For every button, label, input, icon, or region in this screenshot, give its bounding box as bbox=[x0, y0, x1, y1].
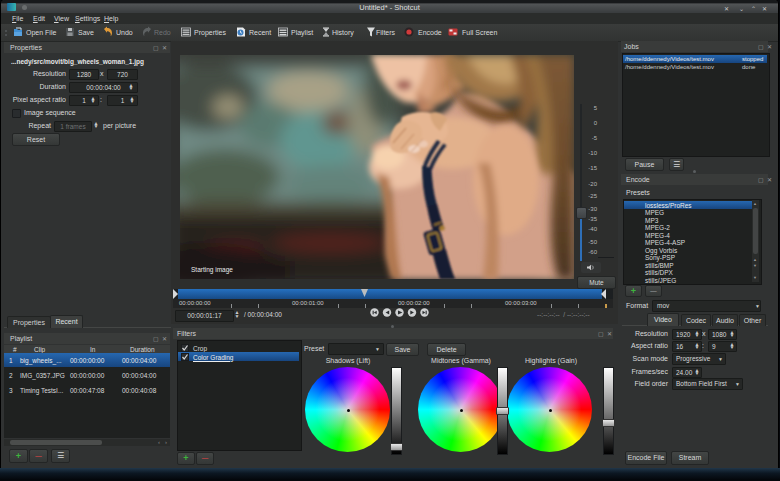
svg-text:Starting image: Starting image bbox=[191, 266, 233, 274]
